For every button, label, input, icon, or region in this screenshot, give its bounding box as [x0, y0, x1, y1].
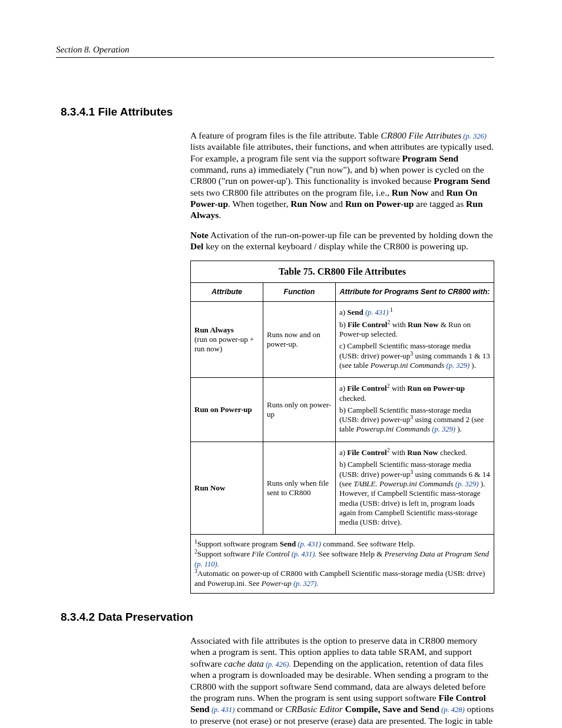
footnotes: 1Support software program Send (p. 431) … — [191, 535, 494, 594]
table-row: Run Always (run on power-up + run now) R… — [191, 302, 494, 378]
cell-attr: Run on Power-up — [191, 378, 263, 442]
th-attribute: Attribute — [191, 282, 263, 302]
body: A feature of program files is the file a… — [190, 130, 494, 594]
link-p431[interactable]: (p. 431) — [210, 706, 235, 714]
body-2: Associated with file attributes is the o… — [190, 635, 494, 728]
table-footnotes-row: 1Support software program Send (p. 431) … — [191, 535, 494, 594]
link-p110[interactable]: (p. 110). — [194, 560, 219, 568]
file-attributes-table: Table 75. CR800 File Attributes Attribut… — [190, 261, 494, 594]
table-row: Run Now Runs only when file sent to CR80… — [191, 442, 494, 535]
heading-file-attributes: 8.3.4.1 File Attributes — [61, 105, 494, 119]
table-caption: Table 75. CR800 File Attributes — [190, 261, 494, 282]
link-p329[interactable]: (p. 329) — [430, 425, 455, 433]
cell-sent: a) File Control2 with Run on Power-up ch… — [336, 378, 494, 442]
link-p329[interactable]: (p. 329) — [454, 480, 479, 488]
table-row: Run on Power-up Runs only on power-up a)… — [191, 378, 494, 442]
heading-data-preservation: 8.3.4.2 Data Preservation — [61, 610, 494, 624]
link-p431[interactable]: (p. 431) — [296, 540, 321, 548]
cell-func: Runs only when file sent to CR800 — [263, 442, 336, 535]
running-head: Section 8. Operation — [56, 44, 494, 58]
table-header-row: Attribute Function Attribute for Program… — [191, 282, 494, 302]
th-function: Function — [263, 282, 336, 302]
link-p426[interactable]: (p. 426). — [264, 660, 291, 668]
page: Section 8. Operation 8.3.4.1 File Attrib… — [0, 0, 562, 728]
link-p329[interactable]: (p. 329) — [444, 361, 470, 370]
para-1: A feature of program files is the file a… — [190, 130, 494, 221]
cell-func: Runs now and on power-up. — [263, 302, 336, 378]
cell-attr: Run Now — [191, 442, 263, 535]
link-p431[interactable]: (p. 431). — [290, 550, 317, 558]
link-p326[interactable]: (p. 326) — [461, 132, 487, 140]
cell-sent: a) Send (p. 431) 1 b) File Control2 with… — [336, 302, 494, 378]
th-sent-with: Attribute for Programs Sent to CR800 wit… — [336, 282, 494, 302]
cell-func: Runs only on power-up — [263, 378, 336, 442]
para-2: Associated with file attributes is the o… — [190, 635, 494, 728]
link-p431[interactable]: (p. 431) — [363, 308, 389, 317]
cell-sent: a) File Control2 with Run Now checked. b… — [336, 442, 494, 535]
link-p327[interactable]: (p. 327). — [292, 579, 319, 588]
note: Note Activation of the run-on-power-up f… — [190, 229, 494, 252]
link-p428[interactable]: (p. 428) — [439, 706, 465, 714]
cell-attr: Run Always (run on power-up + run now) — [191, 302, 263, 378]
